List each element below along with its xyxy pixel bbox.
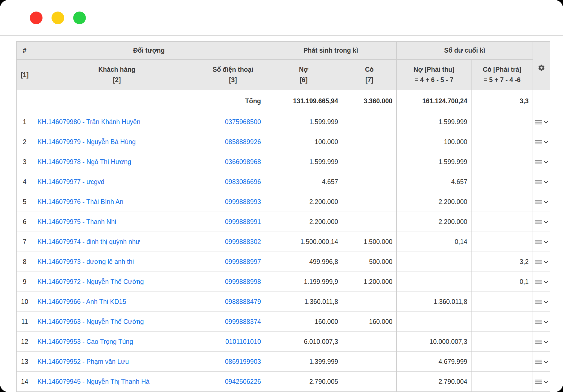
chevron-down-icon: [544, 141, 548, 144]
col-header-no-phai-thu: Nợ [Phải thu] = 4 + 6 - 5 - 7: [397, 60, 472, 90]
customer-link[interactable]: KH.146079975 - Thanh Nhi: [37, 218, 116, 225]
customer-link[interactable]: KH.146079966 - Anh Thi KD15: [37, 298, 126, 305]
customer-link[interactable]: KH.146079978 - Ngô Thị Hương: [37, 158, 131, 165]
phone-link[interactable]: 0366098968: [225, 158, 261, 165]
row-menu-button[interactable]: [535, 219, 548, 225]
co-value-cell: [342, 372, 397, 392]
row-menu-button[interactable]: [535, 359, 548, 364]
no-value-cell: 1.360.011,8: [265, 292, 342, 312]
phone-link[interactable]: 0999888991: [225, 218, 261, 225]
row-menu-button[interactable]: [535, 279, 548, 285]
customer-link[interactable]: KH.146079976 - Thái Bình An: [37, 198, 123, 205]
phone-link[interactable]: 0983086696: [225, 178, 261, 185]
row-actions-cell: [533, 372, 550, 392]
customer-link[interactable]: KH.146079973 - dương lê anh thi: [37, 258, 134, 265]
chevron-down-icon: [544, 381, 548, 383]
phone-link[interactable]: 0999888998: [225, 278, 261, 285]
table-row: 13 KH.146079952 - Phạm văn Lưu 086919990…: [17, 352, 550, 372]
row-menu-button[interactable]: [535, 160, 548, 165]
co-phai-tra-value-cell: [472, 212, 533, 232]
row-actions-cell: [533, 252, 550, 272]
row-menu-button[interactable]: [535, 299, 548, 304]
row-menu-button[interactable]: [535, 339, 548, 344]
gear-icon[interactable]: [538, 64, 545, 71]
phone-cell: 0858889926: [201, 132, 265, 152]
co-phai-tra-value-cell: [472, 312, 533, 332]
chevron-down-icon: [544, 261, 548, 263]
header-label-line: [6]: [265, 75, 342, 85]
row-index: 1: [17, 112, 33, 132]
phone-link[interactable]: 0869199903: [225, 358, 261, 365]
hamburger-icon: [535, 219, 542, 225]
phone-cell: 0869199903: [201, 352, 265, 372]
row-menu-button[interactable]: [535, 200, 548, 205]
hamburger-icon: [535, 200, 542, 205]
customer-link[interactable]: KH.146079945 - Nguyễn Thị Thanh Hà: [37, 378, 149, 385]
maximize-window-button[interactable]: [73, 12, 86, 24]
hamburger-icon: [535, 359, 542, 364]
close-window-button[interactable]: [30, 12, 43, 24]
no-phai-thu-value-cell: 4.657: [397, 172, 472, 192]
no-phai-thu-value-cell: 2.200.000: [397, 212, 472, 232]
customer-link[interactable]: KH.146079974 - đinh thị quỳnh như: [37, 238, 140, 245]
hamburger-icon: [535, 319, 542, 324]
co-phai-tra-value-cell: 3,2: [472, 252, 533, 272]
header-label-line: [3]: [201, 75, 265, 85]
customer-link[interactable]: KH.146079972 - Nguyễn Thế Cường: [37, 278, 144, 285]
table-row: 7 KH.146079974 - đinh thị quỳnh như 0999…: [17, 232, 550, 252]
minimize-window-button[interactable]: [52, 12, 64, 24]
customer-link[interactable]: KH.146079977 - ưcgvd: [37, 178, 104, 185]
phone-link[interactable]: 0942506226: [225, 378, 261, 385]
customer-cell: KH.146079973 - dương lê anh thi: [33, 252, 201, 272]
header-label-line: Số điện thoại: [201, 64, 265, 75]
row-menu-button[interactable]: [535, 259, 548, 265]
phone-link[interactable]: 0988888479: [225, 298, 261, 305]
customer-link[interactable]: KH.146079979 - Nguyễn Bá Hùng: [37, 138, 136, 145]
hamburger-icon: [535, 259, 542, 265]
row-actions-cell: [533, 132, 550, 152]
no-phai-thu-value-cell: 10.000.007,3: [397, 332, 472, 352]
customer-link[interactable]: KH.146079963 - Nguyễn Thế Cường: [37, 318, 144, 325]
header-label-line: Khách hàng: [33, 64, 201, 75]
phone-link[interactable]: 0375968500: [225, 118, 261, 126]
phone-link[interactable]: 0999888997: [225, 258, 261, 265]
customer-cell: KH.146079977 - ưcgvd: [33, 172, 201, 192]
customer-link[interactable]: KH.146079952 - Phạm văn Lưu: [37, 358, 129, 365]
row-actions-cell: [533, 152, 550, 172]
row-menu-button[interactable]: [535, 239, 548, 245]
chevron-down-icon: [544, 121, 548, 124]
row-menu-button[interactable]: [535, 379, 548, 384]
row-menu-button[interactable]: [535, 319, 548, 324]
row-actions-cell: [533, 352, 550, 372]
phone-cell: 0988888479: [201, 292, 265, 312]
report-content: # Đối tượng Phát sinh trong kì Số dư cuố…: [0, 36, 563, 392]
row-index: 6: [17, 212, 33, 232]
row-index: 13: [17, 352, 33, 372]
hamburger-icon: [535, 239, 542, 245]
co-phai-tra-value-cell: [472, 352, 533, 372]
row-index: 3: [17, 152, 33, 172]
row-menu-button[interactable]: [535, 180, 548, 185]
row-menu-button[interactable]: [535, 140, 548, 145]
customer-link[interactable]: KH.146079980 - Trần Khánh Huyền: [37, 118, 140, 126]
customer-link[interactable]: KH.146079953 - Cao Trọng Tùng: [37, 338, 133, 345]
co-value-cell: [342, 292, 397, 312]
co-value-cell: 1.200.000: [342, 272, 397, 292]
phone-cell: 0999888998: [201, 272, 265, 292]
row-menu-button[interactable]: [535, 120, 548, 125]
no-phai-thu-value-cell: 1.599.999: [397, 152, 472, 172]
phone-link[interactable]: 0101101010: [225, 338, 261, 345]
phone-link[interactable]: 0999888993: [225, 198, 261, 205]
phone-link[interactable]: 0999888302: [225, 238, 261, 245]
customer-cell: KH.146079980 - Trần Khánh Huyền: [33, 112, 201, 132]
col-header-so-dien-thoai: Số điện thoại [3]: [201, 60, 265, 90]
hamburger-icon: [535, 160, 542, 165]
phone-link[interactable]: 0858889926: [225, 138, 261, 145]
co-phai-tra-value-cell: [472, 292, 533, 312]
row-index: 2: [17, 132, 33, 152]
phone-link[interactable]: 0999888374: [225, 318, 261, 325]
chevron-down-icon: [544, 161, 548, 163]
table-row: 6 KH.146079975 - Thanh Nhi 0999888991 2.…: [17, 212, 550, 232]
table-body: Tổng 131.199.665,94 3.360.000 161.124.70…: [17, 90, 550, 392]
col-header-co-phai-tra: Có [Phải trả] = 5 + 7 - 4 -6: [472, 60, 533, 90]
